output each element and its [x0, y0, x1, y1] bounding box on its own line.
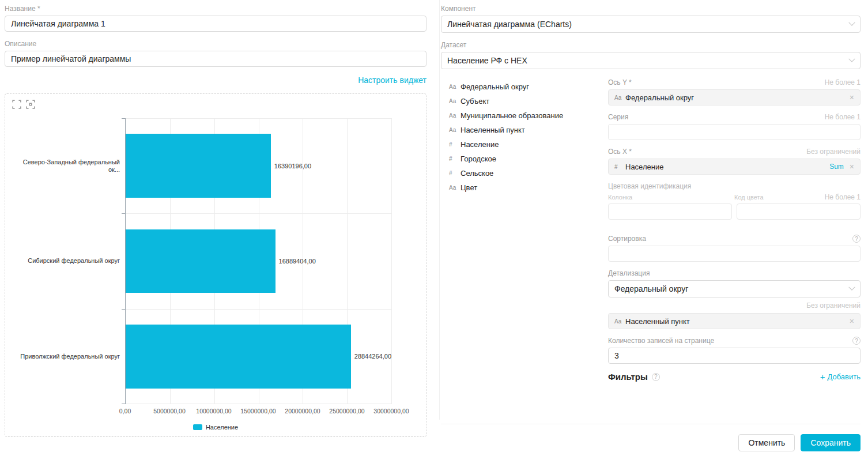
gridline: [391, 118, 392, 404]
field-type-icon: #: [614, 164, 622, 170]
axis-tick: [122, 213, 126, 214]
chart-legend[interactable]: Население: [12, 424, 419, 431]
value-label: 16889404,00: [279, 258, 316, 265]
footer-actions: Отменить Сохранить: [441, 424, 861, 451]
config-column: Ось Y * Не более 1 Aa Федеральный округ …: [608, 78, 861, 382]
field-name: Сельское: [461, 169, 493, 178]
panel-divider: [439, 0, 440, 420]
x-tick-label: 10000000,00: [196, 408, 231, 414]
y-axis-labels: Северо-Западный федеральный ок...Сибирск…: [12, 118, 125, 404]
plus-icon: +: [820, 372, 825, 381]
field-type-icon: Aa: [449, 184, 457, 191]
help-icon[interactable]: ?: [652, 373, 660, 381]
dataset-field[interactable]: AaФедеральный округ: [449, 80, 608, 94]
axis-x-limit-hint: Без ограничений: [806, 148, 861, 156]
color-code-label: Код цвета: [734, 194, 825, 201]
add-filter-label: Добавить: [828, 372, 861, 381]
field-type-icon: Aa: [614, 318, 622, 325]
name-label: Название *: [5, 5, 427, 13]
dataset-field[interactable]: #Городское: [449, 152, 608, 166]
series-label: Серия: [608, 113, 628, 121]
drilldown-limit-hint: Без ограничений: [806, 302, 861, 310]
bar-row: 28844264,00: [126, 309, 391, 404]
field-type-icon: #: [449, 141, 457, 148]
chevron-down-icon: [848, 20, 855, 26]
left-panel: Название * Описание Настроить виджет: [5, 5, 427, 437]
drilldown-select[interactable]: Федеральный округ: [608, 280, 861, 297]
field-type-icon: Aa: [614, 95, 622, 101]
value-label: 28844264,00: [354, 353, 391, 360]
sum-aggregation-tag[interactable]: Sum: [829, 163, 844, 171]
category-label: Северо-Западный федеральный ок...: [12, 118, 125, 213]
legend-marker: [193, 424, 202, 430]
description-label: Описание: [5, 40, 427, 48]
save-button[interactable]: Сохранить: [801, 434, 861, 451]
dataset-field[interactable]: #Сельское: [449, 166, 608, 180]
dataset-field[interactable]: AaЦвет: [449, 180, 608, 195]
field-name: Цвет: [461, 183, 477, 192]
category-label: Сибирский федеральный округ: [12, 213, 125, 308]
value-label: 16390196,00: [274, 163, 311, 169]
bar[interactable]: [126, 325, 351, 389]
dataset-field[interactable]: AaСубъект: [449, 94, 608, 108]
chevron-down-icon: [848, 284, 855, 291]
dataset-field[interactable]: AaМуниципальное образование: [449, 108, 608, 123]
axis-tick: [122, 309, 126, 310]
configure-widget-link[interactable]: Настроить виджет: [358, 76, 427, 85]
chart-preview: Северо-Западный федеральный ок...Сибирск…: [5, 93, 427, 437]
page-size-input[interactable]: [608, 348, 861, 364]
drilldown-chip-label: Населенный пункт: [625, 317, 690, 326]
sorting-input[interactable]: [608, 246, 861, 262]
crop-corners-icon[interactable]: [12, 100, 21, 109]
remove-icon[interactable]: ×: [850, 317, 854, 325]
field-type-icon: Aa: [449, 112, 457, 119]
fullscreen-icon[interactable]: [26, 100, 35, 109]
dataset-field[interactable]: #Население: [449, 137, 608, 152]
series-limit-hint: Не более 1: [825, 113, 861, 121]
axis-y-field[interactable]: Aa Федеральный округ ×: [608, 89, 861, 105]
field-name: Городское: [461, 154, 496, 163]
drilldown-value: Федеральный округ: [614, 284, 688, 293]
field-name: Муниципальное образование: [461, 111, 563, 120]
color-limit-hint: Не более 1: [825, 193, 861, 201]
component-label: Компонент: [441, 5, 861, 13]
drilldown-field[interactable]: Aa Населенный пункт ×: [608, 313, 861, 329]
category-label: Приволжский федеральный округ: [12, 309, 125, 404]
axis-x-field[interactable]: # Население Sum ×: [608, 159, 861, 175]
name-input[interactable]: [5, 16, 427, 32]
add-filter-button[interactable]: + Добавить: [820, 372, 861, 381]
dataset-label: Датасет: [441, 41, 861, 49]
axis-y-label: Ось Y *: [608, 78, 632, 86]
dataset-field[interactable]: AaНаселенный пункт: [449, 123, 608, 137]
field-name: Субъект: [461, 97, 489, 105]
color-code-input[interactable]: [737, 203, 861, 220]
series-input[interactable]: [608, 124, 861, 140]
bar-row: 16390196,00: [126, 118, 391, 213]
bar-row: 16889404,00: [126, 213, 391, 308]
remove-icon[interactable]: ×: [850, 163, 854, 171]
description-input[interactable]: [5, 51, 427, 67]
x-tick-label: 30000000,00: [373, 408, 409, 414]
plot-area: 16390196,0016889404,0028844264,00: [125, 118, 391, 404]
filters-title: Фильтры: [608, 372, 648, 382]
axis-tick: [122, 118, 126, 119]
bar[interactable]: [126, 229, 276, 293]
field-type-icon: Aa: [449, 127, 457, 133]
component-select[interactable]: Линейчатая диаграмма (ECharts): [441, 16, 861, 33]
field-type-icon: Aa: [449, 84, 457, 90]
help-icon[interactable]: ?: [852, 337, 861, 345]
cancel-button[interactable]: Отменить: [738, 434, 795, 451]
x-axis-labels: 0,005000000,0010000000,0015000000,002000…: [125, 404, 391, 414]
color-identification-label: Цветовая идентификация: [608, 182, 861, 190]
dataset-select[interactable]: Население РФ с HEX: [441, 52, 861, 69]
dataset-fields-list: AaФедеральный округAaСубъектAaМуниципаль…: [441, 78, 608, 382]
remove-icon[interactable]: ×: [850, 93, 854, 101]
color-column-input[interactable]: [608, 203, 732, 220]
axis-x-label: Ось X *: [608, 148, 632, 156]
component-value: Линейчатая диаграмма (ECharts): [447, 20, 572, 29]
bar[interactable]: [126, 134, 271, 198]
help-icon[interactable]: ?: [852, 235, 861, 243]
page-size-label: Количество записей на странице: [608, 337, 714, 345]
field-name: Населенный пункт: [461, 126, 525, 134]
axis-y-chip-label: Федеральный округ: [625, 93, 694, 102]
